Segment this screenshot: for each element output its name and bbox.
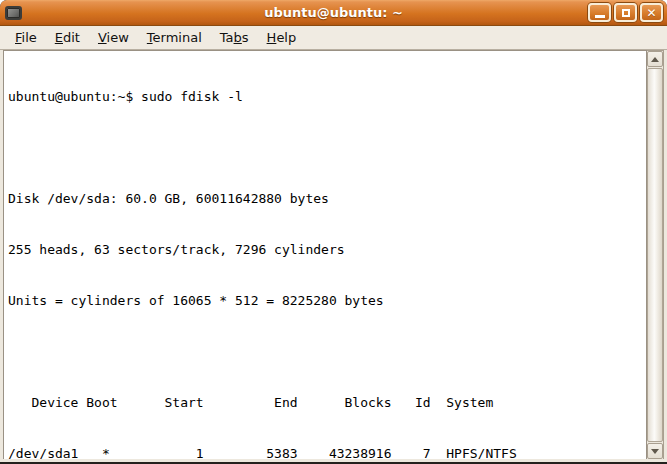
menu-terminal[interactable]: Terminal bbox=[138, 27, 211, 48]
terminal-screen[interactable]: ubuntu@ubuntu:~$ sudo fdisk -l Disk /dev… bbox=[3, 50, 647, 459]
scrollbar-thumb[interactable] bbox=[647, 68, 663, 442]
menubar: File Edit View Terminal Tabs Help bbox=[0, 26, 667, 50]
maximize-icon bbox=[622, 9, 630, 17]
terminal-line fdisk-table-header: Device Boot Start End Blocks Id System bbox=[8, 394, 646, 411]
titlebar[interactable]: ubuntu@ubuntu: ~ ✕ bbox=[0, 0, 667, 26]
terminal-line partition-row-sda1: /dev/sda1 * 1 5383 43238916 7 HPFS/NTFS bbox=[8, 445, 646, 459]
terminal-line bbox=[8, 343, 646, 360]
terminal-line: 255 heads, 63 sectors/track, 7296 cylind… bbox=[8, 241, 646, 258]
scrollbar-track[interactable] bbox=[647, 67, 663, 443]
terminal-window: ubuntu@ubuntu: ~ ✕ File Edit View Termin… bbox=[0, 0, 667, 464]
close-icon: ✕ bbox=[646, 7, 656, 19]
menu-edit[interactable]: Edit bbox=[46, 27, 89, 48]
maximize-button[interactable] bbox=[614, 3, 637, 22]
window-title: ubuntu@ubuntu: ~ bbox=[0, 5, 667, 20]
scroll-down-button[interactable] bbox=[647, 443, 663, 459]
terminal-line: Disk /dev/sda: 60.0 GB, 60011642880 byte… bbox=[8, 190, 646, 207]
window-menu-icon[interactable] bbox=[5, 6, 22, 20]
minimize-button[interactable] bbox=[588, 3, 611, 22]
terminal-line: Units = cylinders of 16065 * 512 = 82252… bbox=[8, 292, 646, 309]
scroll-down-arrow-icon bbox=[651, 449, 659, 454]
menu-help[interactable]: Help bbox=[258, 27, 306, 48]
window-controls: ✕ bbox=[588, 3, 663, 22]
scroll-up-arrow-icon bbox=[651, 57, 659, 62]
menu-file[interactable]: File bbox=[6, 27, 46, 48]
window-frame-bottom bbox=[0, 459, 667, 464]
minimize-icon bbox=[595, 15, 605, 18]
scroll-up-button[interactable] bbox=[647, 51, 663, 67]
menu-view[interactable]: View bbox=[89, 27, 138, 48]
terminal-line: ubuntu@ubuntu:~$ sudo fdisk -l bbox=[8, 88, 646, 105]
menu-tabs[interactable]: Tabs bbox=[211, 27, 258, 48]
scrollbar[interactable] bbox=[647, 50, 664, 459]
close-button[interactable]: ✕ bbox=[640, 3, 663, 22]
content-area: ubuntu@ubuntu:~$ sudo fdisk -l Disk /dev… bbox=[0, 50, 667, 459]
terminal-line bbox=[8, 139, 646, 156]
